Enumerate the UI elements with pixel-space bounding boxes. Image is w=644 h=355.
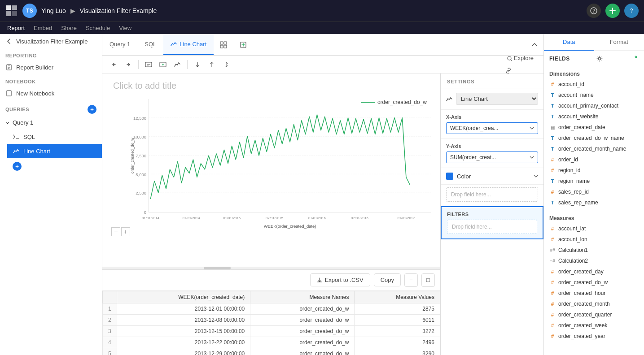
- dimension-item[interactable]: Taccount_primary_contact: [544, 100, 644, 111]
- breadcrumb: Ying Luo ▶ Visualization Filter Example: [41, 7, 582, 14]
- tab-linechart[interactable]: Line Chart: [163, 34, 214, 55]
- sidebar-query-header[interactable]: Query 1: [0, 116, 102, 130]
- sidebar-item-new-notebook[interactable]: New Notebook: [0, 86, 102, 100]
- sidebar-item-line-chart[interactable]: Line Chart: [7, 144, 102, 158]
- measures-label: Measures: [544, 212, 644, 223]
- minimize-button[interactable]: −: [404, 273, 418, 287]
- dimension-item[interactable]: Tsales_rep_name: [544, 197, 644, 208]
- export-csv-button[interactable]: Export to .CSV: [310, 273, 370, 286]
- measure-item[interactable]: #order_created_quarter: [544, 309, 644, 320]
- dimension-item[interactable]: #account_id: [544, 79, 644, 90]
- chart-title[interactable]: Click to add title: [102, 74, 440, 95]
- sort-button-1[interactable]: [191, 58, 204, 71]
- field-icon: #: [549, 225, 556, 232]
- add-visualization-button[interactable]: +: [7, 158, 102, 174]
- sub-nav-share[interactable]: Share: [61, 25, 77, 31]
- svg-text:07/01/2015: 07/01/2015: [266, 216, 283, 220]
- color-drop-zone[interactable]: Drop field here...: [441, 185, 543, 206]
- svg-text:7,500: 7,500: [136, 153, 146, 158]
- y-axis-label: Y-Axis: [446, 143, 538, 149]
- chart-inner: order_created_do_w 0 2,5: [102, 95, 440, 267]
- user-avatar[interactable]: TS: [22, 4, 37, 18]
- dimension-item[interactable]: Torder_created_month_name: [544, 143, 644, 154]
- dimension-item[interactable]: Tregion_name: [544, 176, 644, 186]
- measure-item[interactable]: #order_created_year: [544, 331, 644, 342]
- zoom-out-button[interactable]: −: [111, 227, 120, 236]
- dimension-item[interactable]: Taccount_website: [544, 111, 644, 122]
- back-arrow-button[interactable]: [108, 58, 120, 71]
- tab-format[interactable]: Format: [594, 34, 644, 50]
- field-name: order_created_month: [558, 301, 610, 307]
- measure-item[interactable]: #order_created_month: [544, 299, 644, 309]
- measure-item[interactable]: #order_created_day: [544, 266, 644, 277]
- field-icon: #: [549, 301, 556, 307]
- copy-label: Copy: [381, 277, 394, 283]
- chart-type-button[interactable]: [171, 58, 184, 71]
- expand-button[interactable]: [529, 39, 540, 50]
- tab-query1[interactable]: Query 1: [102, 34, 137, 55]
- svg-text:?: ?: [630, 8, 633, 14]
- measure-item[interactable]: #account_lon: [544, 234, 644, 245]
- sidebar-item-back[interactable]: Visualization Filter Example: [0, 34, 102, 48]
- measure-item[interactable]: #order_created_hour: [544, 288, 644, 299]
- tab-sql[interactable]: SQL: [137, 34, 163, 55]
- y-axis-select[interactable]: SUM(order_creat...: [446, 152, 538, 163]
- add-query-button[interactable]: +: [88, 105, 96, 114]
- tab-data[interactable]: Data: [544, 34, 594, 51]
- explore-label: Explore: [514, 55, 534, 61]
- table-col-measure-names: Measure Names: [250, 291, 355, 303]
- measure-item[interactable]: ≡#Calculation1: [544, 245, 644, 255]
- sort-button-3[interactable]: [220, 58, 232, 71]
- field-name: account_website: [558, 113, 598, 120]
- forward-arrow-button[interactable]: [122, 58, 135, 71]
- dimension-item[interactable]: ▦order_created_date: [544, 122, 644, 133]
- add-chart-button[interactable]: [157, 58, 169, 71]
- dimension-item[interactable]: Taccount_name: [544, 90, 644, 100]
- help-button[interactable]: ?: [624, 4, 639, 18]
- field-name: order_created_do_w_name: [558, 135, 624, 141]
- chart-settings-row: Click to add title order_created_do_w: [102, 74, 543, 355]
- filters-section[interactable]: FILTERS Drop field here...: [441, 206, 543, 239]
- fields-add-button[interactable]: [630, 54, 639, 63]
- svg-text:01/01/2015: 01/01/2015: [223, 216, 241, 220]
- sub-nav-report[interactable]: Report: [7, 25, 25, 31]
- grid-view-button[interactable]: [215, 37, 232, 53]
- filters-drop-field[interactable]: Drop field here...: [447, 220, 537, 234]
- sidebar-item-report-builder[interactable]: Report Builder: [0, 60, 102, 74]
- dimension-item[interactable]: #order_id: [544, 154, 644, 165]
- toolbar-separator-1: [138, 60, 139, 69]
- add-tab-button[interactable]: [235, 37, 251, 53]
- fields-settings-button[interactable]: [595, 54, 604, 63]
- add-button[interactable]: [605, 4, 620, 18]
- measure-item[interactable]: #account_lat: [544, 223, 644, 234]
- chart-type-select[interactable]: Line Chart: [456, 93, 538, 105]
- zoom-in-button[interactable]: +: [121, 227, 130, 236]
- x-axis-select[interactable]: WEEK(order_crea...: [446, 122, 538, 134]
- explore-button[interactable]: Explore: [502, 52, 538, 65]
- sub-nav-view[interactable]: View: [119, 25, 131, 31]
- sidebar-item-sql[interactable]: SQL: [7, 130, 102, 144]
- measure-item[interactable]: #order_created_do_w: [544, 277, 644, 288]
- notifications-button[interactable]: ?: [587, 4, 601, 18]
- sidebar-new-notebook-label: New Notebook: [16, 90, 54, 97]
- dimensions-label: Dimensions: [544, 67, 644, 79]
- table-col-measure-values: Measure Values: [355, 291, 440, 303]
- row-measure-name: order_created_do_w: [250, 348, 355, 355]
- dimension-item[interactable]: #region_id: [544, 165, 644, 176]
- svg-text:0: 0: [144, 210, 146, 215]
- visualization-settings-button[interactable]: [142, 58, 155, 71]
- dimension-item[interactable]: #sales_rep_id: [544, 186, 644, 197]
- svg-text:01/01/2014: 01/01/2014: [142, 216, 159, 220]
- maximize-button[interactable]: □: [421, 273, 435, 287]
- sub-nav-schedule[interactable]: Schedule: [86, 25, 110, 31]
- svg-text:WEEK(order_created_date): WEEK(order_created_date): [264, 224, 316, 229]
- sub-nav-embed[interactable]: Embed: [34, 25, 52, 31]
- measure-item[interactable]: #order_created_week: [544, 320, 644, 331]
- toolbar: Explore: [102, 56, 543, 74]
- dimension-item[interactable]: Torder_created_do_w_name: [544, 133, 644, 143]
- copy-button[interactable]: Copy: [374, 273, 401, 286]
- measure-item[interactable]: ≡#Calculation2: [544, 255, 644, 266]
- sort-button-2[interactable]: [206, 58, 218, 71]
- field-name: order_created_quarter: [558, 312, 612, 318]
- zoom-controls: − +: [111, 227, 130, 236]
